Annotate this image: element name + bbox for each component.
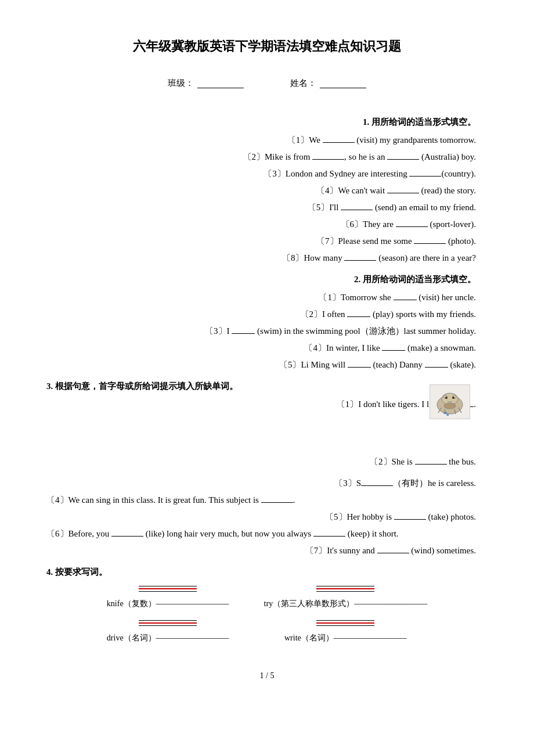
line (139, 625, 197, 626)
answer-lines-3 (316, 586, 374, 592)
section4-title: 4. 按要求写词。 (46, 567, 107, 577)
section4-content: knife（复数）————————— drive（名词）————————— tr… (35, 586, 499, 645)
word-label-1: knife（复数）————————— (107, 596, 229, 611)
line-red (139, 622, 197, 624)
q1-7: 〔7〕Please send me some (photo). (35, 233, 499, 249)
blank[interactable] (396, 217, 428, 227)
q3-5: 〔5〕Her hobby is (take) photos. (35, 509, 499, 525)
q3-4: 〔4〕We can sing in this class. It is grea… (35, 492, 499, 508)
spacer (35, 413, 499, 454)
q3-2: 〔2〕She is the bus. (35, 454, 499, 470)
decorative-image: 🐾 (430, 384, 470, 419)
q1-8: 〔8〕How many (season) are there in a year… (35, 250, 499, 266)
blank[interactable] (387, 183, 419, 193)
section2-header: 2. 用所给动词的适当形式填空。 (35, 272, 499, 287)
blank[interactable] (415, 454, 447, 465)
name-field: 姓名： (290, 75, 366, 91)
line-red (316, 622, 374, 624)
word-label-2: try（第三人称单数形式）————————— (264, 596, 428, 611)
line (316, 591, 374, 592)
line (316, 586, 374, 586)
section3: 3. 根据句意，首字母或所给词提示填入所缺单词。 〔1〕I don't like… (35, 379, 499, 559)
blank[interactable] (111, 526, 143, 537)
name-label: 姓名： (290, 75, 316, 91)
svg-text:🐾: 🐾 (444, 411, 449, 416)
q1-1: 〔1〕We (visit) my grandparents tomorrow. (35, 132, 499, 148)
q2-4: 〔4〕In winter, I like (make) a snowman. (35, 340, 499, 356)
q1-2: 〔2〕Mike is from , so he is an (Australia… (35, 149, 499, 165)
blank[interactable] (394, 290, 417, 300)
q3-7: 〔7〕It's sunny and (wind) sometimes. (35, 543, 499, 559)
blank[interactable] (347, 307, 370, 317)
blank[interactable] (382, 340, 405, 351)
class-label: 班级： (168, 75, 194, 91)
section4-header: 4. 按要求写词。 (35, 564, 499, 580)
q1-3: 〔3〕London and Sydney are interesting (co… (35, 166, 499, 182)
svg-point-5 (452, 397, 454, 399)
svg-point-10 (444, 403, 456, 409)
blank[interactable] (414, 233, 446, 244)
blank[interactable] (409, 166, 441, 177)
section2-title: 2. 用所给动词的适当形式填空。 (354, 275, 476, 284)
blank[interactable] (387, 149, 419, 160)
q2-3: 〔3〕I (swim) in the swimming pool（游泳池）las… (35, 323, 499, 339)
line-red (316, 588, 374, 589)
class-field: 班级： (168, 75, 244, 91)
section4-col1: knife（复数）————————— drive（名词）————————— (107, 586, 229, 645)
line (139, 591, 197, 592)
blank[interactable] (377, 543, 409, 553)
word-label-3: drive（名词）————————— (107, 631, 229, 645)
name-blank[interactable] (320, 78, 366, 88)
spacer2 (35, 471, 499, 476)
section1-title: 1. 用所给词的适当形式填空。 (363, 117, 476, 127)
q3-3: 〔3〕S（有时）he is careless. (35, 476, 499, 491)
blank[interactable] (394, 509, 426, 520)
q1-4: 〔4〕We can't wait (read) the story. (35, 183, 499, 199)
line (139, 620, 197, 621)
section1-header: 1. 用所给词的适当形式填空。 (35, 114, 499, 130)
q1-6: 〔6〕They are (sport-lover). (35, 217, 499, 232)
section4-col2: try（第三人称单数形式）————————— write（名词）————————… (264, 586, 428, 645)
blank[interactable] (341, 200, 373, 210)
section3-title: 3. 根据句意，首字母或所给词提示填入所缺单词。 (46, 381, 238, 391)
q3-6: 〔6〕Before, you (like) long hair very muc… (35, 526, 499, 542)
line (139, 586, 197, 586)
q2-5: 〔5〕Li Ming will (teach) Danny (skate). (35, 357, 499, 373)
page-number: 1 / 5 (35, 668, 499, 683)
line (316, 620, 374, 621)
q1-5: 〔5〕I'll (send) an email to my friend. (35, 200, 499, 215)
blank[interactable] (261, 492, 293, 503)
info-row: 班级： 姓名： (35, 75, 499, 91)
section4: 4. 按要求写词。 knife（复数）————————— drive（名词）——… (35, 564, 499, 645)
q2-2: 〔2〕I often (play) sports with my friends… (35, 307, 499, 322)
answer-lines-4 (316, 620, 374, 626)
section2: 2. 用所给动词的适当形式填空。 〔1〕Tomorrow she (visit)… (35, 272, 499, 373)
line (316, 625, 374, 626)
blank[interactable] (344, 250, 376, 261)
line-red (139, 588, 197, 589)
blank[interactable] (323, 132, 355, 143)
blank[interactable] (361, 476, 393, 486)
section1: 1. 用所给词的适当形式填空。 〔1〕We (visit) my grandpa… (35, 114, 499, 266)
page-title: 六年级冀教版英语下学期语法填空难点知识习题 (35, 35, 499, 58)
blank[interactable] (313, 526, 345, 537)
answer-lines-1 (139, 586, 197, 592)
answer-lines-2 (139, 620, 197, 626)
blank[interactable] (348, 357, 371, 368)
class-blank[interactable] (197, 78, 244, 88)
blank[interactable] (232, 323, 255, 334)
blank[interactable] (425, 357, 448, 368)
word-label-4: write（名词）————————— (284, 631, 407, 645)
q2-1: 〔1〕Tomorrow she (visit) her uncle. (35, 290, 499, 305)
svg-point-4 (445, 397, 448, 399)
blank[interactable] (312, 149, 344, 160)
